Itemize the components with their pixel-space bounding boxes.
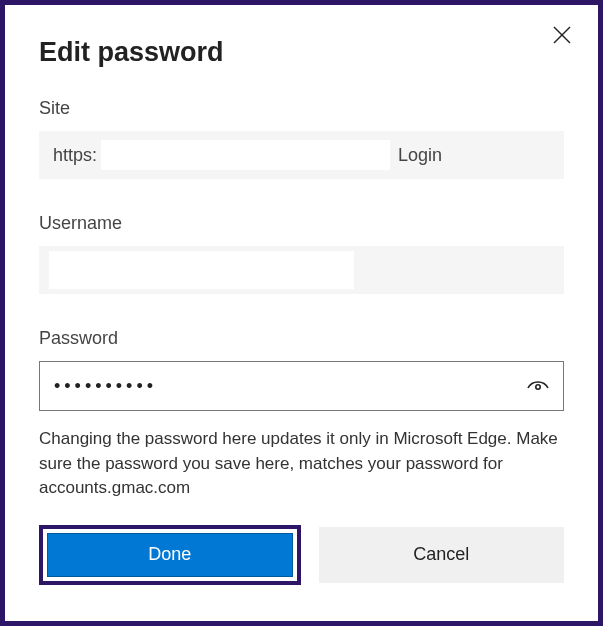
site-label: Site (39, 98, 564, 119)
password-label: Password (39, 328, 564, 349)
site-protocol: https: (53, 145, 97, 166)
close-button[interactable] (546, 19, 578, 51)
button-row: Done Cancel (39, 525, 564, 585)
svg-point-2 (536, 385, 540, 389)
done-button[interactable]: Done (47, 533, 293, 577)
done-button-highlight: Done (39, 525, 301, 585)
site-suffix: Login (398, 145, 550, 166)
username-field (39, 246, 564, 294)
reveal-password-button[interactable] (524, 372, 552, 400)
helper-text: Changing the password here updates it on… (39, 427, 564, 501)
password-input[interactable] (39, 361, 564, 411)
username-label: Username (39, 213, 564, 234)
site-field: https: Login (39, 131, 564, 179)
dialog-title: Edit password (39, 37, 564, 68)
password-field-wrapper (39, 361, 564, 411)
site-redacted-region (101, 140, 390, 170)
username-redacted-region (49, 251, 354, 289)
close-icon (552, 25, 572, 45)
cancel-button[interactable]: Cancel (319, 527, 565, 583)
eye-icon (526, 374, 550, 398)
